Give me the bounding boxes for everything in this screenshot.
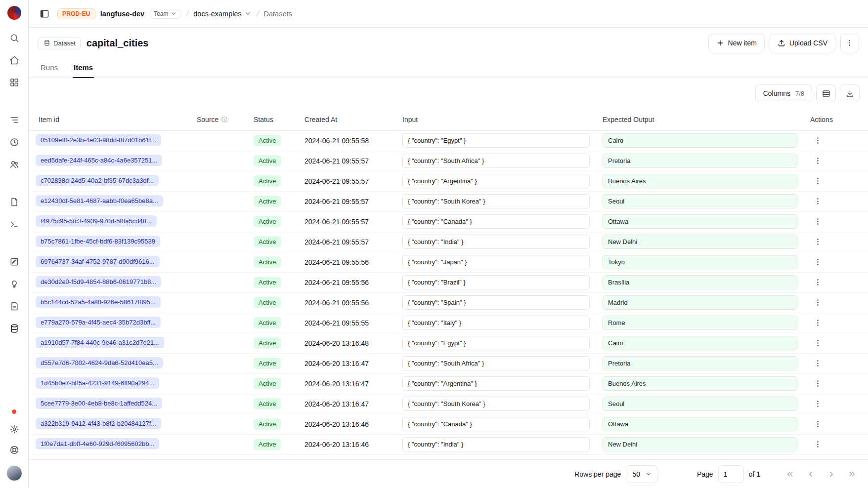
- expected-output-cell[interactable]: New Delhi: [603, 235, 797, 249]
- support-icon[interactable]: [9, 445, 20, 455]
- column-header-created-at[interactable]: Created At: [300, 109, 397, 130]
- item-id-link[interactable]: b5c144cd-52a5-4a80-926e-58617f895...: [36, 296, 161, 308]
- expected-output-cell[interactable]: Seoul: [603, 397, 797, 411]
- row-actions-button[interactable]: [810, 235, 825, 249]
- search-icon[interactable]: [9, 33, 20, 43]
- row-actions-button[interactable]: [810, 336, 825, 351]
- tab-runs[interactable]: Runs: [40, 58, 59, 78]
- expected-output-cell[interactable]: Cairo: [603, 336, 797, 350]
- dashboards-icon[interactable]: [9, 77, 20, 88]
- dataset-actions-menu-button[interactable]: [840, 34, 859, 52]
- input-cell[interactable]: { "country": "South Africa" }: [402, 154, 590, 168]
- item-id-link[interactable]: 1d45b0e7-b85a-4231-9149-6ff90a294...: [36, 377, 159, 389]
- input-cell[interactable]: { "country": "Egypt" }: [402, 336, 590, 350]
- item-id-link[interactable]: 05109ef0-2e3b-4e03-98dd-8f7d01b61f...: [36, 134, 161, 146]
- item-id-link[interactable]: b75c7861-1fbe-45cf-bdf6-83f139c95539: [36, 236, 160, 247]
- item-id-link[interactable]: c702838d-24d5-40a2-bf35-67dc3a3df...: [36, 175, 159, 186]
- expected-output-cell[interactable]: New Delhi: [603, 437, 797, 451]
- column-header-status[interactable]: Status: [249, 109, 300, 130]
- row-actions-button[interactable]: [810, 154, 825, 168]
- row-actions-button[interactable]: [810, 437, 825, 452]
- row-actions-button[interactable]: [810, 255, 825, 270]
- users-icon[interactable]: [9, 159, 20, 170]
- expected-output-cell[interactable]: Madrid: [603, 295, 797, 310]
- prompts-icon[interactable]: [9, 301, 20, 312]
- item-id-link[interactable]: a1910d57-7f84-440c-9e46-a31c2d7e21...: [36, 337, 164, 348]
- row-actions-button[interactable]: [810, 295, 825, 310]
- column-header-item-id[interactable]: Item id: [29, 109, 192, 130]
- documents-icon[interactable]: [9, 197, 20, 207]
- item-id-link[interactable]: e12430df-5e81-4687-aabb-f0ea65be8a...: [36, 195, 163, 206]
- row-actions-button[interactable]: [810, 133, 825, 148]
- settings-gear-icon[interactable]: [9, 424, 20, 435]
- next-page-button[interactable]: [824, 466, 839, 482]
- expected-output-cell[interactable]: Buenos Aires: [603, 376, 797, 391]
- item-id-link[interactable]: e779a270-579a-4f45-aec4-35b72d3bff...: [36, 317, 161, 328]
- insights-icon[interactable]: [9, 279, 20, 289]
- item-id-link[interactable]: eed5dafe-244f-465c-a84c-4a6e357251...: [36, 155, 162, 166]
- export-button[interactable]: [840, 84, 860, 102]
- home-icon[interactable]: [9, 55, 20, 66]
- input-cell[interactable]: { "country": "Italy" }: [402, 316, 590, 330]
- sessions-icon[interactable]: [9, 137, 20, 148]
- expected-output-cell[interactable]: Cairo: [603, 133, 797, 148]
- row-actions-button[interactable]: [810, 316, 825, 330]
- page-number-input[interactable]: [718, 465, 744, 483]
- input-cell[interactable]: { "country": "South Korea" }: [402, 194, 590, 208]
- input-cell[interactable]: { "country": "Canada" }: [402, 417, 590, 431]
- last-page-button[interactable]: [844, 466, 860, 482]
- row-actions-button[interactable]: [810, 275, 825, 290]
- row-actions-button[interactable]: [810, 356, 825, 371]
- org-dropdown[interactable]: Team: [149, 9, 181, 19]
- expected-output-cell[interactable]: Pretoria: [603, 154, 797, 168]
- expected-output-cell[interactable]: Seoul: [603, 194, 797, 208]
- rows-per-page-select[interactable]: 50: [626, 465, 657, 483]
- row-actions-button[interactable]: [810, 194, 825, 209]
- previous-page-button[interactable]: [803, 466, 819, 482]
- row-actions-button[interactable]: [810, 417, 825, 432]
- expected-output-cell[interactable]: Rome: [603, 316, 797, 330]
- input-cell[interactable]: { "country": "South Korea" }: [402, 397, 590, 411]
- expected-output-cell[interactable]: Ottawa: [603, 417, 797, 431]
- input-cell[interactable]: { "country": "South Africa" }: [402, 356, 590, 370]
- datasets-icon[interactable]: [9, 323, 20, 334]
- input-cell[interactable]: { "country": "Egypt" }: [402, 133, 590, 148]
- item-id-link[interactable]: a322b319-9412-4f43-b8f2-b20484127f...: [36, 418, 161, 429]
- item-id-link[interactable]: 69764737-34af-4752-9787-d90df9616...: [36, 256, 160, 267]
- input-cell[interactable]: { "country": "Brazil" }: [402, 275, 590, 289]
- annotation-icon[interactable]: [9, 256, 20, 267]
- expected-output-cell[interactable]: Ottawa: [603, 214, 797, 229]
- new-item-button[interactable]: New item: [708, 34, 765, 52]
- input-cell[interactable]: { "country": "Spain" }: [402, 295, 590, 310]
- item-id-link[interactable]: de30d2e0-f5d9-4854-88b6-0619771b8...: [36, 276, 161, 287]
- item-id-link[interactable]: 5cee7779-3e00-4eb8-be8c-1affedd524...: [36, 398, 162, 409]
- row-height-button[interactable]: [816, 84, 836, 102]
- first-page-button[interactable]: [782, 466, 798, 482]
- tracing-icon[interactable]: [9, 115, 20, 125]
- expected-output-cell[interactable]: Buenos Aires: [603, 174, 797, 188]
- column-header-expected-output[interactable]: Expected Output: [598, 109, 805, 130]
- sidebar-toggle-button[interactable]: [37, 6, 52, 22]
- input-cell[interactable]: { "country": "India" }: [402, 437, 590, 451]
- column-header-input[interactable]: Input: [397, 109, 598, 130]
- expected-output-cell[interactable]: Tokyo: [603, 255, 797, 269]
- input-cell[interactable]: { "country": "India" }: [402, 235, 590, 249]
- upload-csv-button[interactable]: Upload CSV: [770, 34, 835, 52]
- tab-items[interactable]: Items: [73, 58, 94, 78]
- org-name[interactable]: langfuse-dev: [100, 10, 144, 18]
- row-actions-button[interactable]: [810, 376, 825, 391]
- input-cell[interactable]: { "country": "Canada" }: [402, 214, 590, 229]
- expected-output-cell[interactable]: Pretoria: [603, 356, 797, 370]
- input-cell[interactable]: { "country": "Japan" }: [402, 255, 590, 269]
- item-id-link[interactable]: f4975c95-5fc3-4939-970d-58fa5cd48...: [36, 215, 157, 227]
- item-id-link[interactable]: 1f0e7da1-dbff-4e60-929d-f6095602bb...: [36, 438, 159, 449]
- columns-button[interactable]: Columns 7/8: [755, 84, 812, 102]
- item-id-link[interactable]: d557e7d6-7802-4624-9da6-52d410ea5...: [36, 357, 163, 368]
- row-actions-button[interactable]: [810, 397, 825, 411]
- project-dropdown[interactable]: docs-examples: [193, 10, 252, 18]
- row-actions-button[interactable]: [810, 214, 825, 229]
- row-actions-button[interactable]: [810, 174, 825, 189]
- expected-output-cell[interactable]: Brasília: [603, 275, 797, 289]
- langfuse-logo[interactable]: [7, 6, 21, 20]
- user-avatar[interactable]: [6, 465, 22, 481]
